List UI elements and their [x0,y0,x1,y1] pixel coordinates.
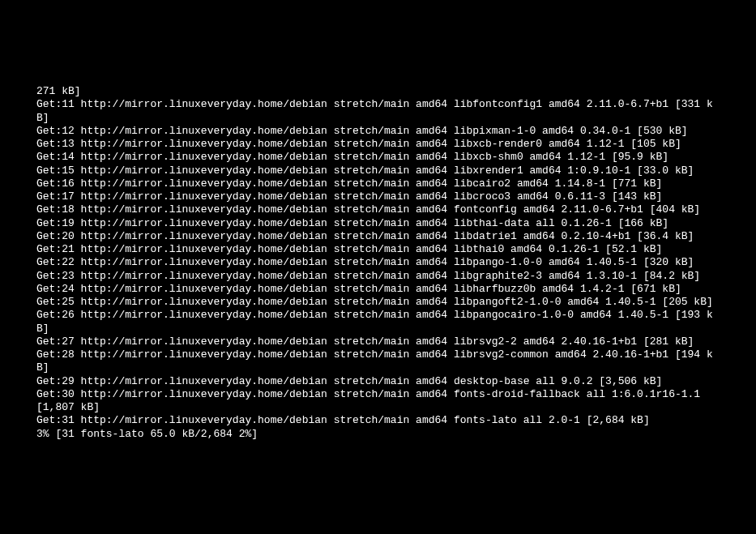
terminal-line: Get:16 http://mirror.linuxeveryday.home/… [36,177,720,190]
terminal-output: 271 kB]Get:11 http://mirror.linuxeveryda… [36,85,720,441]
terminal-line: Get:14 http://mirror.linuxeveryday.home/… [36,151,720,164]
terminal-line: Get:22 http://mirror.linuxeveryday.home/… [36,256,720,269]
terminal-line: Get:12 http://mirror.linuxeveryday.home/… [36,125,720,138]
terminal-line: Get:13 http://mirror.linuxeveryday.home/… [36,138,720,151]
terminal-line: Get:27 http://mirror.linuxeveryday.home/… [36,335,720,348]
terminal-line: Get:15 http://mirror.linuxeveryday.home/… [36,164,720,177]
terminal-line: Get:21 http://mirror.linuxeveryday.home/… [36,243,720,256]
terminal-line: Get:29 http://mirror.linuxeveryday.home/… [36,375,720,388]
terminal-line: Get:11 http://mirror.linuxeveryday.home/… [36,98,720,125]
terminal-line: Get:17 http://mirror.linuxeveryday.home/… [36,190,720,203]
terminal-line: Get:18 http://mirror.linuxeveryday.home/… [36,203,720,216]
terminal-line: 271 kB] [36,85,720,98]
terminal-line: Get:31 http://mirror.linuxeveryday.home/… [36,414,720,427]
terminal-line: Get:30 http://mirror.linuxeveryday.home/… [36,388,720,415]
terminal-line: Get:25 http://mirror.linuxeveryday.home/… [36,296,720,309]
terminal-line: Get:26 http://mirror.linuxeveryday.home/… [36,309,720,335]
terminal-line: Get:20 http://mirror.linuxeveryday.home/… [36,230,720,243]
terminal-line: Get:28 http://mirror.linuxeveryday.home/… [36,348,720,375]
terminal-line: Get:24 http://mirror.linuxeveryday.home/… [36,283,720,296]
progress-line: 3% [31 fonts-lato 65.0 kB/2,684 2%] [36,428,720,441]
terminal-line: Get:19 http://mirror.linuxeveryday.home/… [36,217,720,230]
terminal-line: Get:23 http://mirror.linuxeveryday.home/… [36,270,720,283]
